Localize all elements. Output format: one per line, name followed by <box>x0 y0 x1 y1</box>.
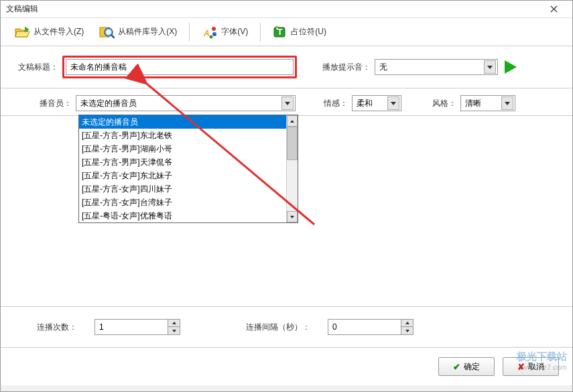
play-sound-label: 播放提示音： <box>320 62 375 73</box>
announcer-value: 未选定的播音员 <box>80 98 137 109</box>
svg-point-2 <box>107 29 111 34</box>
font-button[interactable]: A 字体(V) <box>198 22 252 42</box>
chevron-down-icon[interactable] <box>501 96 513 110</box>
dropdown-item[interactable]: 未选定的播音员 <box>79 115 286 129</box>
chevron-down-icon[interactable] <box>484 60 496 74</box>
svg-text:A: A <box>203 29 210 38</box>
emotion-value: 柔和 <box>357 98 373 109</box>
svg-text:T: T <box>277 27 283 37</box>
chevron-down-icon[interactable] <box>387 96 399 110</box>
announcer-dropdown: 未选定的播音员[五星-方言-男声]东北老铁[五星-方言-男声]湖南小哥[五星-方… <box>78 115 298 223</box>
svg-point-6 <box>210 35 213 38</box>
placeholder-button[interactable]: T 占位符(U) <box>269 23 330 42</box>
scroll-up-button[interactable] <box>287 115 298 127</box>
interval-label: 连播间隔（秒）： <box>241 322 314 333</box>
close-icon <box>550 5 558 13</box>
dropdown-item[interactable]: [五星-方言-男声]湖南小哥 <box>79 142 286 155</box>
interval-input[interactable] <box>328 319 401 335</box>
spin-down-button[interactable] <box>401 327 413 334</box>
ok-label: 确定 <box>464 361 480 373</box>
dropdown-item[interactable]: [五星-方言-男声]东北老铁 <box>79 129 286 142</box>
close-button[interactable] <box>540 1 567 17</box>
placeholder-label: 占位符(U) <box>291 26 326 38</box>
window-title: 文稿编辑 <box>6 3 540 15</box>
announcer-combo[interactable]: 未选定的播音员 <box>76 95 296 111</box>
repeat-spinner[interactable] <box>94 319 180 335</box>
dropdown-item[interactable]: [五星-方言-男声]天津侃爷 <box>79 155 286 169</box>
emotion-label: 情感： <box>322 98 352 109</box>
watermark-title: 极光下载站 <box>517 350 567 363</box>
font-label: 字体(V) <box>221 26 248 38</box>
play-sound-value: 无 <box>379 62 387 73</box>
ok-button[interactable]: ✔ 确定 <box>438 357 495 376</box>
dropdown-item[interactable]: [五星-方言-女声]台湾妹子 <box>79 196 286 209</box>
import-file-button[interactable]: 从文件导入(Z) <box>10 23 88 42</box>
scrollbar[interactable] <box>286 115 298 222</box>
style-combo[interactable]: 清晰 <box>460 95 515 111</box>
play-button[interactable] <box>505 60 517 74</box>
spin-down-button[interactable] <box>168 327 180 334</box>
dropdown-item[interactable]: [五星-方言-女声]四川妹子 <box>79 182 286 196</box>
title-input[interactable] <box>66 59 294 75</box>
placeholder-icon: T <box>273 25 288 39</box>
toolbar-separator <box>260 23 261 42</box>
style-label: 风格： <box>431 98 460 109</box>
font-icon: A <box>202 25 218 40</box>
repeat-input[interactable] <box>94 319 168 335</box>
chevron-down-icon[interactable] <box>281 96 294 110</box>
import-file-label: 从文件导入(Z) <box>34 26 84 38</box>
play-sound-combo[interactable]: 无 <box>375 59 498 75</box>
watermark: 极光下载站 www.xz7.com <box>517 350 567 371</box>
spin-up-button[interactable] <box>168 320 180 327</box>
scroll-down-button[interactable] <box>287 211 298 222</box>
svg-point-5 <box>212 32 216 36</box>
interval-spinner[interactable] <box>328 319 413 335</box>
emotion-combo[interactable]: 柔和 <box>352 95 401 111</box>
title-label: 文稿标题： <box>14 62 62 73</box>
spin-up-button[interactable] <box>401 320 413 327</box>
import-library-button[interactable]: 从稿件库导入(X) <box>94 22 181 42</box>
repeat-label: 连播次数： <box>33 322 81 333</box>
style-value: 清晰 <box>465 98 481 109</box>
dropdown-item[interactable]: [五星-粤语-女声]优雅粤语 <box>79 209 286 222</box>
import-library-label: 从稿件库导入(X) <box>118 26 177 38</box>
folder-open-icon <box>14 25 30 39</box>
watermark-url: www.xz7.com <box>517 363 567 371</box>
dropdown-item[interactable]: [五星-方言-女声]东北妹子 <box>79 169 286 182</box>
svg-point-4 <box>212 27 216 31</box>
check-icon: ✔ <box>453 362 460 372</box>
toolbar-separator <box>189 23 190 42</box>
folder-search-icon <box>99 25 115 40</box>
scroll-thumb[interactable] <box>287 127 298 160</box>
announcer-label: 播音员： <box>27 98 76 109</box>
